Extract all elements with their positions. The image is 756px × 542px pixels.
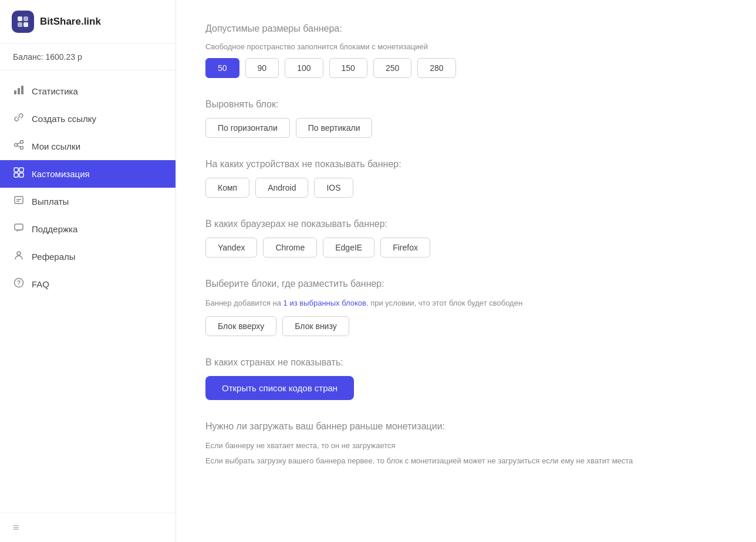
- option-banner-size-2[interactable]: 100: [285, 58, 323, 78]
- section-title-hide-countries: В каких странах не показывать:: [205, 357, 727, 368]
- svg-line-10: [18, 143, 21, 144]
- svg-rect-5: [18, 88, 20, 94]
- options-row-banner-size: 5090100150250280: [205, 58, 727, 78]
- section-note-block-placement: Баннер добавится на 1 из выбранных блоко…: [205, 297, 727, 309]
- sidebar-item-label-my-links: Мои ссылки: [32, 141, 80, 151]
- option-banner-size-0[interactable]: 50: [205, 58, 239, 78]
- svg-point-9: [21, 147, 23, 150]
- logo-text: BitShare.link: [40, 16, 101, 28]
- sidebar-item-faq[interactable]: ?FAQ: [0, 270, 176, 298]
- option-hide-browsers-1[interactable]: Chrome: [263, 238, 317, 258]
- section-title-load-priority: Нужно ли загружать ваш баннер раньше мон…: [205, 421, 727, 432]
- option-hide-devices-2[interactable]: IOS: [314, 178, 353, 198]
- sidebar-item-label-create-link: Создать ссылку: [32, 114, 96, 124]
- sidebar-item-label-payouts: Выплаты: [32, 197, 69, 206]
- option-hide-browsers-3[interactable]: Firefox: [380, 238, 430, 258]
- section-note-load-priority-0: Если баннеру не хватает места, то он не …: [205, 440, 727, 452]
- svg-point-7: [15, 144, 18, 147]
- svg-rect-0: [18, 16, 22, 21]
- referrals-icon: [13, 250, 25, 263]
- section-banner-size: Допустимые размеры баннера:Свободное про…: [205, 23, 727, 78]
- section-note-load-priority-1: Если выбрать загрузку вашего баннера пер…: [205, 455, 727, 468]
- sidebar-item-label-support: Поддержка: [32, 224, 77, 234]
- svg-rect-3: [23, 22, 28, 27]
- sidebar-item-my-links[interactable]: Мои ссылки: [0, 133, 176, 160]
- option-banner-size-4[interactable]: 250: [373, 58, 411, 78]
- sidebar-item-create-link[interactable]: Создать ссылку: [0, 105, 176, 133]
- options-row-align-block: По горизонталиПо вертикали: [205, 118, 727, 138]
- section-title-block-placement: Выберите блоки, где разместить баннер:: [205, 279, 727, 289]
- create-link-icon: [13, 112, 25, 126]
- options-row-hide-browsers: YandexChromeEdgeIEFirefox: [205, 238, 727, 258]
- svg-rect-14: [14, 173, 18, 177]
- svg-rect-12: [14, 168, 18, 172]
- section-subtitle-banner-size: Свободное пространство заполнится блокам…: [205, 42, 727, 51]
- stats-icon: [13, 84, 25, 98]
- sidebar-item-label-referrals: Рефералы: [32, 252, 76, 262]
- section-block-placement: Выберите блоки, где разместить баннер:Ба…: [205, 279, 727, 336]
- option-align-block-0[interactable]: По горизонтали: [205, 118, 290, 138]
- sidebar-item-customization[interactable]: Кастомизация: [0, 160, 176, 188]
- svg-line-11: [18, 146, 21, 147]
- section-title-banner-size: Допустимые размеры баннера:: [205, 23, 727, 34]
- option-hide-devices-0[interactable]: Комп: [205, 178, 249, 198]
- my-links-icon: [13, 140, 25, 153]
- svg-text:?: ?: [17, 280, 21, 286]
- svg-point-8: [21, 141, 23, 144]
- option-block-placement-1[interactable]: Блок внизу: [282, 316, 349, 336]
- balance-display: Баланс: 1600.23 р: [0, 44, 176, 70]
- sidebar-item-stats[interactable]: Статистика: [0, 77, 176, 105]
- option-hide-devices-1[interactable]: Android: [255, 178, 308, 198]
- section-title-hide-browsers: В каких браузерах не показывать баннер:: [205, 219, 727, 229]
- section-hide-browsers: В каких браузерах не показывать баннер:Y…: [205, 219, 727, 258]
- svg-rect-15: [19, 173, 23, 177]
- customization-icon: [13, 167, 25, 181]
- sidebar: BitShare.link Баланс: 1600.23 р Статисти…: [0, 0, 176, 542]
- section-hide-devices: На каких устройствах не показывать банне…: [205, 159, 727, 198]
- faq-icon: ?: [13, 277, 25, 291]
- sidebar-item-payouts[interactable]: Выплаты: [0, 188, 176, 215]
- sidebar-nav: СтатистикаСоздать ссылкуМои ссылкиКастом…: [0, 70, 176, 513]
- svg-rect-13: [19, 168, 23, 172]
- highlighted-text: 1 из выбранных блоков: [284, 299, 366, 307]
- option-align-block-1[interactable]: По вертикали: [296, 118, 373, 138]
- option-block-placement-0[interactable]: Блок вверху: [205, 316, 276, 336]
- sidebar-item-label-stats: Статистика: [32, 86, 78, 96]
- svg-rect-4: [14, 90, 16, 94]
- section-title-hide-devices: На каких устройствах не показывать банне…: [205, 159, 727, 170]
- section-title-align-block: Выровнять блок:: [205, 99, 727, 110]
- sidebar-item-referrals[interactable]: Рефералы: [0, 243, 176, 270]
- sidebar-item-support[interactable]: Поддержка: [0, 215, 176, 243]
- support-icon: [13, 222, 25, 236]
- sidebar-item-label-faq: FAQ: [32, 279, 49, 289]
- options-row-hide-devices: КомпAndroidIOS: [205, 178, 727, 198]
- section-load-priority: Нужно ли загружать ваш баннер раньше мон…: [205, 421, 727, 468]
- option-hide-browsers-2[interactable]: EdgeIE: [323, 238, 374, 258]
- section-align-block: Выровнять блок:По горизонталиПо вертикал…: [205, 99, 727, 138]
- options-row-block-placement: Блок вверхуБлок внизу: [205, 316, 727, 336]
- svg-rect-2: [18, 22, 22, 27]
- cta-button-hide-countries[interactable]: Открыть список кодов стран: [205, 376, 354, 400]
- svg-rect-16: [15, 197, 23, 204]
- svg-rect-19: [15, 224, 23, 230]
- option-banner-size-1[interactable]: 90: [245, 58, 279, 78]
- svg-rect-1: [23, 16, 28, 21]
- section-hide-countries: В каких странах не показывать:Открыть сп…: [205, 357, 727, 400]
- sidebar-item-label-customization: Кастомизация: [32, 169, 90, 179]
- sidebar-toggle[interactable]: ≡: [0, 513, 176, 542]
- logo-icon: [12, 11, 34, 33]
- svg-rect-6: [21, 86, 23, 94]
- option-banner-size-3[interactable]: 150: [329, 58, 367, 78]
- main-content: Допустимые размеры баннера:Свободное про…: [176, 0, 756, 542]
- svg-point-20: [17, 252, 21, 255]
- payouts-icon: [13, 195, 25, 208]
- option-banner-size-5[interactable]: 280: [417, 58, 455, 78]
- option-hide-browsers-0[interactable]: Yandex: [205, 238, 257, 258]
- logo-area: BitShare.link: [0, 0, 176, 44]
